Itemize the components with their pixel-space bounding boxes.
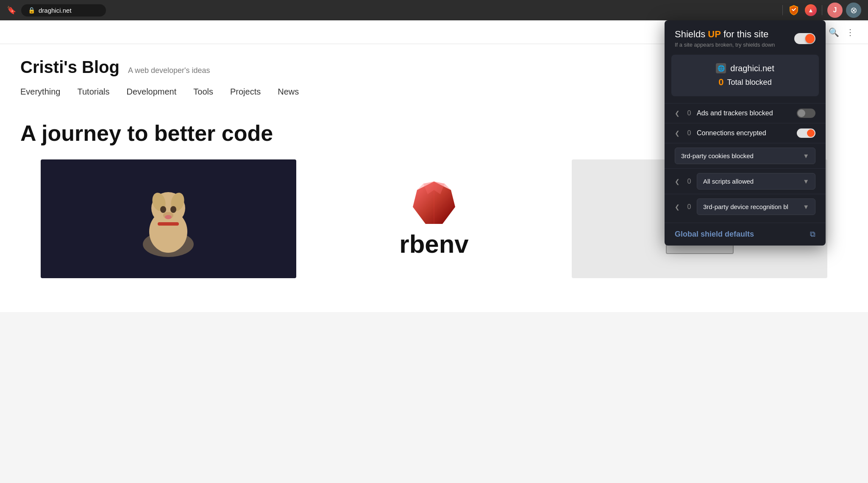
shield-row-cookies: 3rd-party cookies blocked ▼ — [665, 143, 826, 168]
device-count: 0 — [685, 203, 693, 211]
blog-post-card-1[interactable] — [41, 159, 296, 278]
ads-toggle-thumb — [798, 109, 805, 117]
search-button[interactable]: 🔍 — [829, 27, 839, 37]
nav-item-everything[interactable]: Everything — [20, 87, 61, 100]
connections-count: 0 — [685, 129, 693, 137]
brave-rewards-button[interactable]: ▲ — [805, 4, 817, 16]
rbenv-text: rbenv — [399, 229, 468, 259]
bookmark-icon: 🔖 — [7, 6, 16, 15]
menu-dots-button[interactable]: ⋮ — [846, 27, 854, 37]
svg-point-5 — [160, 206, 166, 213]
blocked-count: 0 — [718, 77, 723, 88]
nav-item-tools[interactable]: Tools — [193, 87, 213, 100]
ads-toggle[interactable] — [797, 109, 815, 118]
ads-label: Ads and trackers blocked — [697, 109, 793, 117]
blog-topbar-actions: 🔍 ⋮ — [829, 27, 854, 37]
shields-footer: Global shield defaults ⧉ — [665, 223, 826, 246]
shields-status-text: UP — [708, 29, 721, 39]
shields-site-info: 🌐 draghici.net 0 Total blocked — [671, 55, 819, 96]
shield-row-device: ❮ 0 3rd-party device recognition bl ▼ — [665, 194, 826, 219]
profile-icon-s[interactable]: ⊗ — [846, 3, 861, 18]
chevron-ads-icon[interactable]: ❮ — [675, 110, 680, 117]
nav-item-news[interactable]: News — [278, 87, 299, 100]
cookies-chevron-icon: ▼ — [803, 152, 809, 159]
cookies-dropdown[interactable]: 3rd-party cookies blocked ▼ — [675, 148, 815, 164]
lock-icon: 🔒 — [28, 7, 35, 14]
shields-main-toggle[interactable] — [794, 33, 815, 44]
connections-label: Connections encrypted — [697, 129, 793, 137]
connections-toggle[interactable] — [797, 128, 815, 138]
shield-row-connections: ❮ 0 Connections encrypted — [665, 123, 826, 143]
nav-item-tutorials[interactable]: Tutorials — [78, 87, 110, 100]
ruby-gem-svg — [409, 179, 459, 226]
site-domain: draghici.net — [730, 64, 774, 73]
blog-title: Cristi's Blog — [20, 58, 120, 77]
profile-icons: J ⊗ — [827, 3, 861, 18]
separator-2 — [822, 5, 822, 15]
address-text: draghici.net — [39, 7, 72, 14]
blog-post-card-2[interactable]: rbenv — [306, 159, 562, 278]
separator — [782, 5, 783, 15]
address-bar[interactable]: 🔒 draghici.net — [21, 4, 106, 17]
total-blocked-row: 0 Total blocked — [718, 77, 771, 88]
device-dropdown[interactable]: 3rd-party device recognition bl ▼ — [697, 198, 815, 215]
chevron-scripts-icon[interactable]: ❮ — [675, 178, 680, 185]
shields-panel: Shields UP for this site If a site appea… — [665, 20, 826, 246]
dog-svg — [130, 176, 206, 261]
ruby-post-image: rbenv — [306, 159, 562, 278]
nav-item-projects[interactable]: Projects — [230, 87, 261, 100]
blog-subtitle: A web developer's ideas — [128, 66, 210, 75]
blocked-label: Total blocked — [727, 78, 772, 87]
scripts-chevron-icon: ▼ — [803, 178, 809, 185]
browser-chrome: 🔖 🔒 draghici.net ▲ J ⊗ — [0, 0, 868, 20]
shields-subtitle: If a site appears broken, try shields do… — [675, 42, 775, 48]
brave-shield-button[interactable] — [788, 4, 800, 16]
brave-rewards-icon: ▲ — [805, 4, 817, 16]
shield-row-ads: ❮ 0 Ads and trackers blocked — [665, 103, 826, 123]
shields-controls: ❮ 0 Ads and trackers blocked ❮ 0 Connect… — [665, 103, 826, 223]
site-favicon: 🌐 — [716, 63, 726, 73]
scripts-count: 0 — [685, 178, 693, 185]
external-link-icon[interactable]: ⧉ — [810, 230, 815, 239]
ads-count: 0 — [685, 109, 693, 117]
connections-toggle-thumb — [807, 129, 815, 137]
device-chevron-icon: ▼ — [803, 203, 809, 210]
svg-point-6 — [170, 206, 176, 213]
nav-item-development[interactable]: Development — [126, 87, 176, 100]
svg-point-8 — [165, 215, 172, 219]
shields-toggle-track[interactable] — [794, 33, 815, 44]
shields-title-suffix: for this site — [721, 29, 768, 39]
cookies-dropdown-value: 3rd-party cookies blocked — [681, 152, 754, 159]
brave-shield-icon — [788, 4, 800, 16]
shields-header: Shields UP for this site If a site appea… — [665, 20, 826, 55]
scripts-dropdown[interactable]: All scripts allowed ▼ — [697, 173, 815, 190]
chevron-connections-icon[interactable]: ❮ — [675, 130, 680, 137]
chevron-device-icon[interactable]: ❮ — [675, 204, 680, 210]
shield-row-scripts: ❮ 0 All scripts allowed ▼ — [665, 168, 826, 194]
shields-title-prefix: Shields — [675, 29, 708, 39]
scripts-dropdown-value: All scripts allowed — [703, 178, 754, 185]
browser-actions: ▲ J ⊗ — [782, 3, 861, 18]
global-defaults-link[interactable]: Global shield defaults — [675, 230, 754, 239]
svg-rect-9 — [158, 222, 179, 226]
dog-post-image — [41, 159, 296, 278]
shields-title-area: Shields UP for this site If a site appea… — [675, 29, 775, 48]
device-dropdown-value: 3rd-party device recognition bl — [703, 203, 788, 210]
site-name-row: 🌐 draghici.net — [716, 63, 774, 73]
shields-toggle-thumb — [805, 34, 815, 43]
profile-icon-j[interactable]: J — [827, 3, 843, 18]
shields-title: Shields UP for this site — [675, 29, 775, 40]
